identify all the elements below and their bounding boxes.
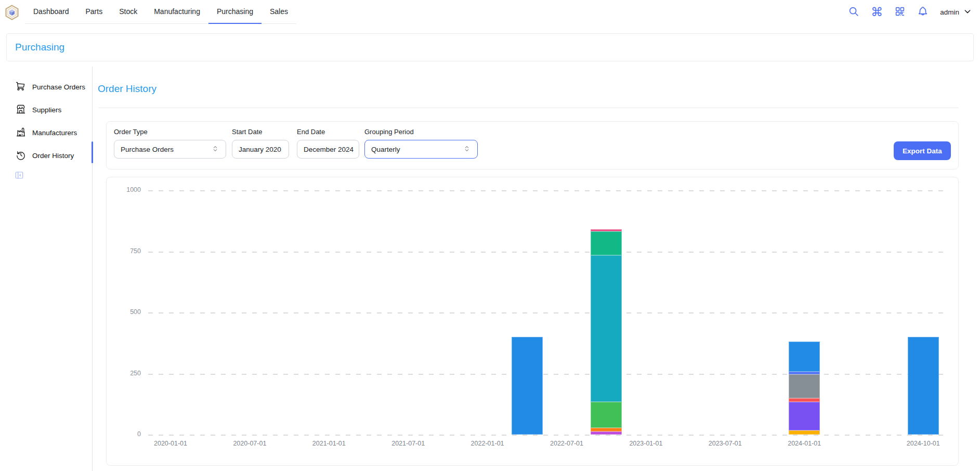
page-title: Purchasing <box>15 42 64 53</box>
x-axis-tick-label: 2022-07-01 <box>538 440 595 447</box>
bar-segment <box>789 342 820 372</box>
order-type-value: Purchase Orders <box>121 146 211 153</box>
bar-segment <box>591 231 622 255</box>
bar-segment <box>591 428 622 431</box>
filter-panel: Order Type Purchase Orders Start Date Ja… <box>106 121 959 169</box>
x-axis-tick-label: 2022-01-01 <box>459 440 516 447</box>
y-gridline <box>148 374 948 375</box>
bar-segment <box>512 337 543 435</box>
command-icon: ⌘ <box>871 6 883 18</box>
y-axis-tick-label: 750 <box>112 247 141 255</box>
bar-segment <box>789 372 820 374</box>
end-date-input[interactable]: December 2024 <box>297 140 359 159</box>
y-axis-tick-label: 500 <box>112 308 141 316</box>
sidebar-item-label: Purchase Orders <box>32 83 85 91</box>
x-axis-tick-label: 2021-01-01 <box>300 440 358 447</box>
y-axis-tick-label: 250 <box>112 370 141 377</box>
x-axis-tick-label: 2023-07-01 <box>697 440 754 447</box>
grouping-period-select[interactable]: Quarterly <box>364 140 478 159</box>
order-type-label: Order Type <box>114 128 226 136</box>
sidebar-collapse-button[interactable] <box>15 171 24 181</box>
chevron-down-icon <box>963 7 972 17</box>
bar-segment <box>789 398 820 402</box>
y-axis-tick-label: 1000 <box>112 186 141 193</box>
grouping-period-field: Grouping Period Quarterly <box>364 128 478 159</box>
sidebar-item-manufacturers[interactable]: Manufacturers <box>8 121 90 144</box>
sidebar-active-indicator <box>92 141 93 163</box>
bar-segment <box>789 430 820 435</box>
grouping-period-value: Quarterly <box>371 146 463 153</box>
app-logo[interactable] <box>4 5 20 20</box>
start-date-value: January 2020 <box>239 146 282 153</box>
tab-stock[interactable]: Stock <box>111 0 146 24</box>
x-axis-tick-label: 2024-01-01 <box>776 440 833 447</box>
x-axis-tick-label: 2024-10-01 <box>895 440 952 447</box>
user-menu[interactable]: admin <box>940 7 972 17</box>
chevron-selector-icon <box>211 145 219 154</box>
section-divider <box>98 108 959 108</box>
end-date-label: End Date <box>297 128 359 136</box>
sidebar-item-suppliers[interactable]: Suppliers <box>8 98 90 121</box>
bar-segment <box>789 374 820 398</box>
order-type-select[interactable]: Purchase Orders <box>114 140 226 159</box>
sidebar-item-label: Manufacturers <box>32 129 77 137</box>
y-gridline <box>148 312 948 313</box>
sidebar: Purchase Orders Suppliers Manufacturers <box>8 75 90 167</box>
tab-manufacturing[interactable]: Manufacturing <box>146 0 208 24</box>
x-axis-tick-label: 2023-01-01 <box>617 440 674 447</box>
sidebar-divider <box>92 67 93 471</box>
section-title: Order History <box>98 83 156 95</box>
qrcode-icon <box>894 6 906 19</box>
building-store-icon <box>16 104 26 116</box>
navbar-actions: ⌘ admin <box>848 0 972 24</box>
main-tabs: Dashboard Parts Stock Manufacturing Purc… <box>25 0 296 24</box>
grouping-period-label: Grouping Period <box>364 128 478 136</box>
sidebar-item-order-history[interactable]: Order History <box>8 144 90 167</box>
tab-dashboard[interactable]: Dashboard <box>25 0 77 24</box>
sidebar-item-label: Suppliers <box>32 106 61 114</box>
search-button[interactable] <box>848 6 859 19</box>
bar-segment <box>591 229 622 231</box>
tab-purchasing[interactable]: Purchasing <box>208 0 262 24</box>
bell-icon <box>917 6 929 19</box>
end-date-field: End Date December 2024 <box>297 128 359 159</box>
username: admin <box>940 8 959 16</box>
x-axis-tick-label: 2020-01-01 <box>142 440 199 447</box>
history-icon <box>16 150 26 162</box>
bar-segment <box>908 337 939 435</box>
end-date-value: December 2024 <box>304 146 354 153</box>
sidebar-item-label: Order History <box>32 152 74 160</box>
chart-plot-area: 025050075010002020-01-012020-07-012021-0… <box>107 177 958 465</box>
start-date-input[interactable]: January 2020 <box>232 140 289 159</box>
bar-segment <box>789 402 820 430</box>
search-icon <box>848 6 859 19</box>
y-gridline <box>148 252 948 253</box>
barcode-scan-button[interactable] <box>894 6 906 19</box>
export-data-button[interactable]: Export Data <box>894 141 951 160</box>
tab-sales[interactable]: Sales <box>262 0 296 24</box>
sidebar-item-purchase-orders[interactable]: Purchase Orders <box>8 75 90 98</box>
x-axis-tick-label: 2020-07-01 <box>221 440 278 447</box>
order-history-chart: 025050075010002020-01-012020-07-012021-0… <box>106 177 959 466</box>
notifications-button[interactable] <box>917 6 929 19</box>
bar-segment <box>591 255 622 402</box>
y-axis-tick-label: 0 <box>112 430 141 438</box>
tab-parts[interactable]: Parts <box>77 0 111 24</box>
start-date-label: Start Date <box>232 128 289 136</box>
shopping-cart-icon <box>16 81 26 93</box>
y-gridline <box>148 190 948 191</box>
top-navbar: Dashboard Parts Stock Manufacturing Purc… <box>0 0 980 24</box>
bar-segment <box>591 402 622 428</box>
sidebar-collapse-icon <box>15 174 24 181</box>
y-gridline <box>148 435 948 436</box>
command-palette-button[interactable]: ⌘ <box>871 6 883 18</box>
chevron-selector-icon <box>463 145 471 154</box>
factory-icon <box>16 127 26 139</box>
x-axis-tick-label: 2021-07-01 <box>380 440 437 447</box>
page-header: Purchasing <box>6 33 974 61</box>
order-type-field: Order Type Purchase Orders <box>114 128 226 159</box>
start-date-field: Start Date January 2020 <box>232 128 289 159</box>
bar-segment <box>591 431 622 435</box>
